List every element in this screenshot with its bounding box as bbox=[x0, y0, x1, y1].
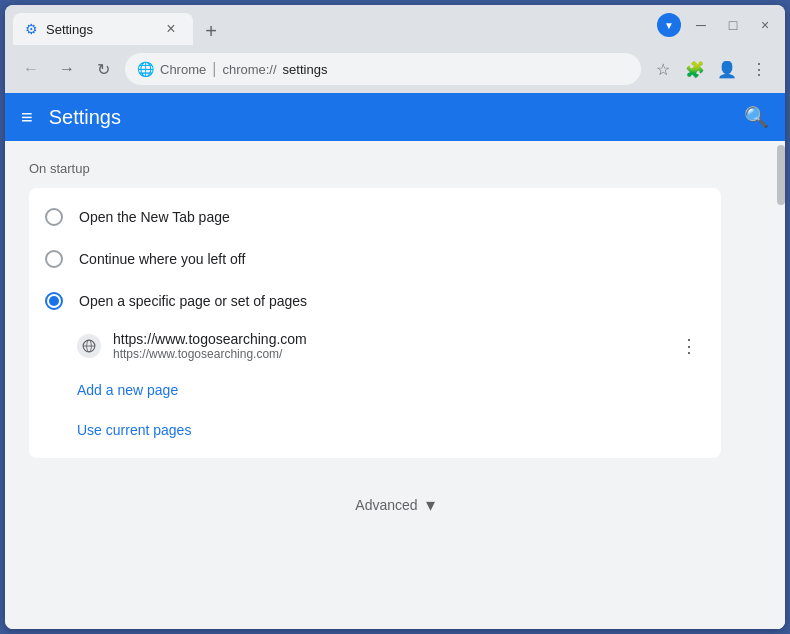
forward-button[interactable]: → bbox=[53, 55, 81, 83]
hamburger-menu-icon[interactable]: ≡ bbox=[21, 106, 33, 129]
startup-url-main: https://www.togosearching.com bbox=[113, 331, 661, 347]
browser-window: ⚙ Settings × + ▼ ─ □ × ← → ↻ 🌐 Chrome | … bbox=[5, 5, 785, 629]
minimize-button[interactable]: ─ bbox=[689, 13, 713, 37]
tab-settings-title: Settings bbox=[46, 22, 153, 37]
use-current-pages-link[interactable]: Use current pages bbox=[29, 410, 721, 450]
bookmark-button[interactable]: ☆ bbox=[649, 55, 677, 83]
address-bar: ← → ↻ 🌐 Chrome | chrome:// settings ☆ 🧩 … bbox=[5, 45, 785, 93]
reload-button[interactable]: ↻ bbox=[89, 55, 117, 83]
profile-dropdown-button[interactable]: ▼ bbox=[657, 13, 681, 37]
radio-specific[interactable] bbox=[45, 292, 63, 310]
startup-option-continue[interactable]: Continue where you left off bbox=[29, 238, 721, 280]
window-close-button[interactable]: × bbox=[753, 13, 777, 37]
startup-option-new-tab-label: Open the New Tab page bbox=[79, 209, 230, 225]
scrollbar-thumb[interactable] bbox=[777, 145, 785, 205]
url-favicon-icon bbox=[77, 334, 101, 358]
title-bar: ⚙ Settings × + ▼ ─ □ × bbox=[5, 5, 785, 45]
settings-header: ≡ Settings 🔍 bbox=[5, 93, 785, 141]
add-new-page-link[interactable]: Add a new page bbox=[29, 370, 721, 410]
radio-selected-dot bbox=[49, 296, 59, 306]
window-controls: ▼ ─ □ × bbox=[657, 13, 777, 37]
browser-menu-button[interactable]: ⋮ bbox=[745, 55, 773, 83]
back-button[interactable]: ← bbox=[17, 55, 45, 83]
profile-dropdown-icon: ▼ bbox=[664, 20, 674, 31]
startup-url-entry: https://www.togosearching.com https://ww… bbox=[29, 322, 721, 370]
url-site-icon: 🌐 bbox=[137, 61, 154, 77]
advanced-footer: Advanced ▾ bbox=[5, 478, 785, 532]
extensions-button[interactable]: 🧩 bbox=[681, 55, 709, 83]
radio-new-tab[interactable] bbox=[45, 208, 63, 226]
url-bar[interactable]: 🌐 Chrome | chrome:// settings bbox=[125, 53, 641, 85]
tab-settings-icon: ⚙ bbox=[25, 21, 38, 37]
startup-url-sub: https://www.togosearching.com/ bbox=[113, 347, 661, 361]
url-scheme-text: chrome:// bbox=[222, 62, 276, 77]
advanced-link[interactable]: Advanced bbox=[355, 497, 417, 513]
new-tab-button[interactable]: + bbox=[197, 17, 225, 45]
globe-icon bbox=[82, 339, 96, 353]
tab-area: ⚙ Settings × + bbox=[13, 5, 657, 45]
url-path-text: settings bbox=[283, 62, 328, 77]
startup-option-specific-label: Open a specific page or set of pages bbox=[79, 293, 307, 309]
url-site-name: Chrome bbox=[160, 62, 206, 77]
on-startup-section-label: On startup bbox=[29, 161, 721, 176]
url-divider: | bbox=[212, 60, 216, 78]
maximize-button[interactable]: □ bbox=[721, 13, 745, 37]
active-tab[interactable]: ⚙ Settings × bbox=[13, 13, 193, 45]
page-content: PC On startup Open the New Tab page Cont… bbox=[5, 141, 785, 629]
account-button[interactable]: 👤 bbox=[713, 55, 741, 83]
startup-options-card: Open the New Tab page Continue where you… bbox=[29, 188, 721, 458]
startup-option-new-tab[interactable]: Open the New Tab page bbox=[29, 196, 721, 238]
settings-page-title: Settings bbox=[49, 106, 728, 129]
address-actions: ☆ 🧩 👤 ⋮ bbox=[649, 55, 773, 83]
startup-option-specific[interactable]: Open a specific page or set of pages bbox=[29, 280, 721, 322]
radio-continue[interactable] bbox=[45, 250, 63, 268]
startup-option-continue-label: Continue where you left off bbox=[79, 251, 245, 267]
scrollbar-track[interactable] bbox=[777, 141, 785, 629]
advanced-chevron-icon[interactable]: ▾ bbox=[426, 494, 435, 516]
settings-search-button[interactable]: 🔍 bbox=[744, 105, 769, 129]
url-more-button[interactable]: ⋮ bbox=[673, 330, 705, 362]
tab-close-button[interactable]: × bbox=[161, 19, 181, 39]
url-text-block: https://www.togosearching.com https://ww… bbox=[113, 331, 661, 361]
content-area: On startup Open the New Tab page Continu… bbox=[5, 141, 745, 478]
